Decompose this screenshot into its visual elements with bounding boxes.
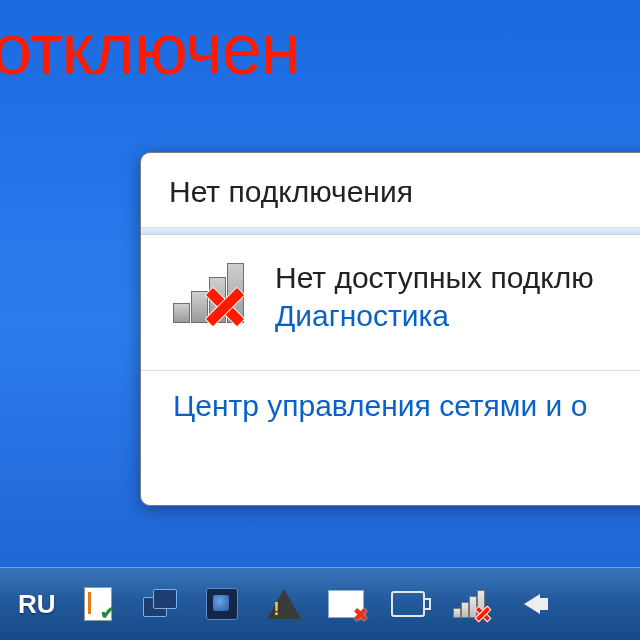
volume-icon[interactable] [512, 584, 552, 624]
power-plug-icon[interactable] [388, 584, 428, 624]
network-sharing-center-link[interactable]: Центр управления сетями и о [169, 371, 640, 423]
system-tray-app-icon[interactable] [202, 584, 242, 624]
status-text: Нет доступных подклю [275, 259, 594, 297]
taskbar: RU ✔ ! ✖ [0, 567, 640, 640]
notepad-icon[interactable]: ✔ [78, 584, 118, 624]
wifi-no-signal-icon [173, 259, 257, 323]
antivirus-warning-icon[interactable]: ! [264, 584, 304, 624]
desktop-background: отключен Нет подключения Нет доступных п… [0, 0, 640, 640]
diagnostics-link[interactable]: Диагностика [275, 297, 594, 335]
flyout-title: Нет подключения [169, 175, 640, 209]
network-tray-icon[interactable] [450, 584, 490, 624]
action-center-flag-icon[interactable]: ✖ [326, 584, 366, 624]
cascade-windows-icon[interactable] [140, 584, 180, 624]
language-indicator[interactable]: RU [18, 589, 56, 620]
network-flyout: Нет подключения Нет доступных подклю Диа… [140, 152, 640, 506]
overlay-label: отключен [0, 8, 300, 90]
flyout-separator [141, 227, 640, 235]
